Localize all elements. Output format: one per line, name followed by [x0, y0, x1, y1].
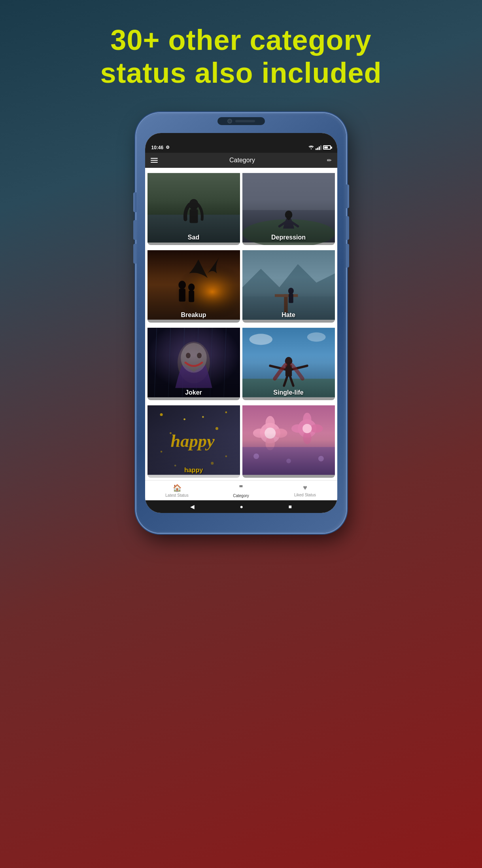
joker-label: Joker [147, 389, 240, 396]
category-card-single-life[interactable]: Single-life [242, 325, 335, 400]
category-card-happy[interactable]: happy happy [147, 403, 240, 478]
heart-icon: ♥ [303, 484, 307, 492]
status-right [308, 145, 331, 150]
category-card-breakup[interactable]: Breakup [147, 247, 240, 323]
nav-liked-status[interactable]: ♥ Liked Status [273, 481, 337, 500]
headline-line1: 30+ other category [110, 24, 371, 56]
hate-label: Hate [242, 311, 335, 319]
back-button[interactable]: ◀ [190, 503, 195, 510]
phone-notch [217, 117, 265, 125]
category-card-joker[interactable]: Joker [147, 325, 240, 400]
hamburger-menu[interactable] [151, 158, 158, 163]
bottom-nav: 🏠 Latest Status " Category ♥ Liked Statu… [145, 480, 337, 500]
settings-icon: ⚙ [166, 145, 170, 150]
single-life-label: Single-life [242, 389, 335, 396]
category-card-hate[interactable]: Hate [242, 247, 335, 323]
signal-icon [316, 145, 321, 150]
edit-icon[interactable]: ✏ [327, 157, 332, 163]
wifi-icon [308, 146, 314, 150]
svg-point-0 [311, 148, 312, 149]
quote-icon: " [239, 484, 243, 493]
category-grid: Sad [145, 168, 337, 480]
battery-icon [323, 145, 331, 150]
status-left: 10:46 ⚙ [151, 145, 170, 150]
sad-label: Sad [147, 234, 240, 241]
nav-latest-status[interactable]: 🏠 Latest Status [145, 481, 209, 500]
front-camera [227, 119, 232, 123]
headline: 30+ other category status also included [68, 0, 413, 105]
nav-liked-label: Liked Status [294, 493, 316, 497]
app-bar: Category ✏ [145, 153, 337, 168]
depression-label: Depression [242, 234, 335, 241]
recents-button[interactable]: ■ [289, 503, 292, 510]
category-card-sad[interactable]: Sad [147, 170, 240, 245]
category-card-flowers[interactable] [242, 403, 335, 478]
status-time: 10:46 [151, 145, 164, 150]
happy-label: happy [147, 467, 240, 474]
status-bar: 10:46 ⚙ [145, 133, 337, 153]
home-button[interactable]: ● [240, 503, 243, 510]
category-card-depression[interactable]: Depression [242, 170, 335, 245]
speaker [235, 120, 255, 122]
app-title: Category [158, 157, 327, 164]
phone-shell: 10:46 ⚙ [136, 113, 346, 533]
phone-screen: 10:46 ⚙ [145, 133, 337, 513]
home-icon: 🏠 [173, 484, 181, 492]
phone-mockup: 10:46 ⚙ [136, 113, 346, 533]
nav-category[interactable]: " Category [209, 481, 273, 500]
android-nav-bar: ◀ ● ■ [145, 500, 337, 513]
nav-category-label: Category [233, 494, 249, 498]
nav-latest-label: Latest Status [165, 493, 188, 498]
headline-line2: status also included [100, 57, 382, 89]
breakup-label: Breakup [147, 311, 240, 319]
flowers-overlay [242, 403, 335, 478]
